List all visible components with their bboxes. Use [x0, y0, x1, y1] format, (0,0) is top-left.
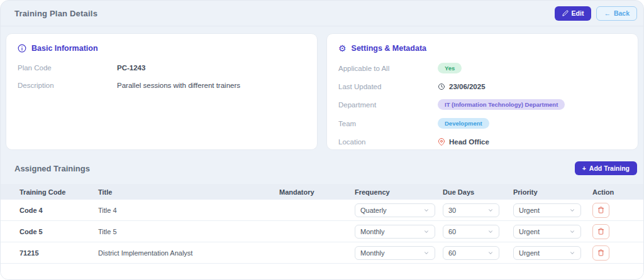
training-title-cell: District Implementation Analyst	[98, 249, 279, 257]
priority-value: Urgent	[519, 228, 569, 235]
delete-training-button[interactable]	[592, 203, 609, 218]
description-row: Description Parallel sessions with diffe…	[18, 80, 306, 90]
priority-select[interactable]: Urgent	[513, 225, 581, 239]
col-due-days: Due Days	[443, 188, 513, 196]
back-button[interactable]: ← Back	[596, 6, 637, 21]
department-badge: IT (Information Technology) Department	[438, 99, 565, 110]
department-label: Department	[338, 101, 438, 109]
assigned-trainings-header: Assigned Trainings + Add Training	[1, 150, 643, 184]
training-code-cell: Code 5	[19, 228, 98, 235]
frequency-select[interactable]: Quaterly	[355, 203, 435, 217]
due-days-select[interactable]: 60	[443, 225, 499, 239]
location-label: Location	[338, 138, 438, 146]
chevron-down-icon	[423, 207, 430, 213]
chevron-down-icon	[423, 229, 430, 235]
delete-training-button[interactable]	[592, 224, 609, 239]
table-footer-spacer	[1, 264, 643, 279]
edit-button-label: Edit	[572, 9, 584, 17]
add-training-button[interactable]: + Add Training	[575, 161, 637, 175]
col-action: Action	[592, 188, 643, 196]
toggle-knob	[271, 254, 278, 261]
table-header-row: Training Code Title Mandatory Frequency …	[1, 184, 643, 200]
frequency-value: Monthly	[360, 249, 423, 257]
frequency-value: Quaterly	[360, 207, 423, 214]
toggle-knob	[271, 233, 278, 240]
priority-value: Urgent	[519, 249, 569, 257]
team-badge: Development	[438, 118, 489, 129]
settings-metadata-header: ⚙ Settings & Metadata	[338, 44, 626, 53]
basic-information-title: Basic Information	[31, 44, 98, 53]
page-header: Training Plan Details Edit ← Back	[1, 1, 643, 26]
last-updated-value: 23/06/2025	[449, 83, 486, 90]
assigned-trainings-table: Training Code Title Mandatory Frequency …	[1, 184, 643, 279]
add-training-label: Add Training	[589, 164, 630, 172]
chevron-down-icon	[487, 207, 494, 213]
due-days-select[interactable]: 30	[443, 203, 499, 217]
due-days-value: 60	[448, 249, 487, 257]
training-code-cell: Code 4	[19, 207, 98, 214]
chevron-down-icon	[487, 250, 494, 256]
info-icon	[18, 44, 26, 53]
location-row: Location Head Office	[338, 137, 626, 146]
clock-icon	[438, 83, 445, 90]
chevron-down-icon	[569, 250, 575, 256]
settings-metadata-card: ⚙ Settings & Metadata Applicable to All …	[326, 33, 638, 150]
chevron-down-icon	[423, 250, 430, 256]
col-mandatory: Mandatory	[279, 188, 355, 196]
trash-icon	[597, 207, 604, 213]
frequency-value: Monthly	[360, 228, 423, 235]
applicable-to-all-label: Applicable to All	[338, 65, 438, 72]
description-value: Parallel sessions with different trainer…	[117, 82, 240, 89]
gear-icon: ⚙	[338, 44, 347, 53]
training-title-cell: Title 5	[98, 228, 279, 235]
priority-value: Urgent	[519, 207, 569, 214]
plan-code-label: Plan Code	[18, 64, 117, 72]
last-updated-row: Last Updated 23/06/2025	[338, 82, 626, 91]
chevron-down-icon	[569, 207, 575, 213]
table-row: Code 5 Title 5 Monthly 60 Urgent	[1, 221, 643, 242]
pencil-icon	[562, 10, 569, 16]
team-row: Team Development	[338, 118, 626, 129]
plan-code-value: PC-1243	[117, 64, 145, 72]
plan-code-row: Plan Code PC-1243	[18, 63, 306, 72]
map-pin-icon	[438, 138, 445, 146]
plus-icon: +	[582, 164, 586, 172]
training-title-cell: Title 4	[98, 207, 279, 214]
due-days-value: 60	[448, 228, 487, 235]
basic-information-card: Basic Information Plan Code PC-1243 Desc…	[6, 33, 318, 150]
col-priority: Priority	[513, 188, 592, 196]
col-frequency: Frequency	[355, 188, 443, 196]
applicable-to-all-row: Applicable to All Yes	[338, 63, 626, 73]
department-row: Department IT (Information Technology) D…	[338, 99, 626, 110]
location-value: Head Office	[449, 138, 489, 146]
due-days-value: 30	[448, 207, 487, 214]
col-training-code: Training Code	[19, 188, 98, 196]
trash-icon	[597, 249, 604, 256]
applicable-to-all-badge: Yes	[438, 63, 462, 73]
priority-select[interactable]: Urgent	[513, 246, 581, 260]
priority-select[interactable]: Urgent	[513, 203, 581, 217]
team-label: Team	[338, 120, 438, 127]
training-plan-details-page: Training Plan Details Edit ← Back Basic …	[0, 0, 644, 280]
table-row: 71215 District Implementation Analyst Mo…	[1, 242, 643, 264]
toggle-knob	[271, 212, 278, 218]
back-button-label: Back	[614, 9, 630, 17]
assigned-trainings-title: Assigned Trainings	[14, 164, 90, 173]
col-title: Title	[98, 188, 279, 196]
due-days-select[interactable]: 60	[443, 246, 499, 260]
settings-metadata-title: Settings & Metadata	[352, 44, 426, 53]
basic-information-header: Basic Information	[18, 44, 306, 53]
arrow-left-icon: ←	[604, 9, 611, 17]
description-label: Description	[18, 82, 117, 89]
frequency-select[interactable]: Monthly	[355, 225, 435, 239]
last-updated-label: Last Updated	[338, 83, 438, 90]
training-code-cell: 71215	[19, 249, 98, 257]
edit-button[interactable]: Edit	[555, 6, 592, 21]
header-actions: Edit ← Back	[555, 6, 637, 21]
page-title: Training Plan Details	[14, 9, 97, 18]
chevron-down-icon	[487, 229, 494, 235]
info-cards: Basic Information Plan Code PC-1243 Desc…	[1, 26, 643, 150]
frequency-select[interactable]: Monthly	[355, 246, 435, 260]
delete-training-button[interactable]	[592, 245, 609, 261]
chevron-down-icon	[569, 229, 575, 235]
